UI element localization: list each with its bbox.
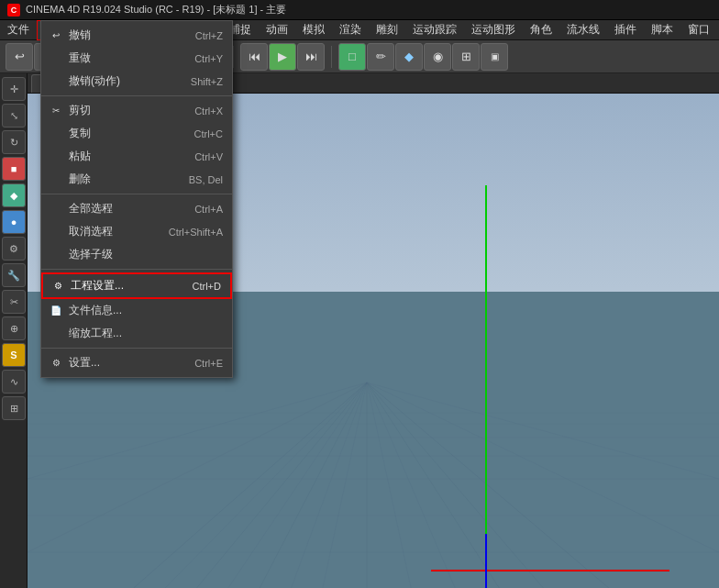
docinfo-label: 文件信息... — [69, 303, 122, 318]
perspective-grid-v — [28, 383, 719, 588]
menu-item-window[interactable]: 窗口 — [680, 20, 717, 40]
cut-label: 剪切 — [69, 103, 91, 118]
menu-item-motiontrack[interactable]: 运动跟踪 — [405, 20, 464, 40]
sidebar-obj3[interactable]: ● — [2, 210, 26, 234]
undoactions-shortcut: Shift+Z — [191, 76, 223, 87]
sidebar-grid[interactable]: ⊞ — [2, 396, 26, 420]
cut-shortcut: Ctrl+X — [194, 105, 223, 116]
selectchild-label: 选择子级 — [69, 247, 113, 262]
cut-icon: ✂ — [49, 104, 63, 118]
pen-btn[interactable]: ✏ — [367, 43, 394, 71]
sidebar-tool3[interactable]: ✂ — [2, 290, 26, 314]
play-btn[interactable]: ▶ — [269, 43, 296, 71]
menu-item-pipeline[interactable]: 流水线 — [559, 20, 607, 40]
sidebar-tool2[interactable]: 🔧 — [2, 263, 26, 287]
svg-line-28 — [28, 383, 367, 479]
title-bar: C CINEMA 4D R19.024 Studio (RC - R19) - … — [0, 0, 719, 20]
docinfo-icon: 📄 — [49, 304, 63, 318]
menu-separator — [41, 348, 232, 349]
svg-line-12 — [28, 383, 367, 588]
paste-label: 粘贴 — [69, 149, 91, 164]
svg-line-14 — [211, 383, 367, 588]
undo-label: 撤销 — [69, 28, 91, 43]
svg-line-24 — [257, 383, 367, 588]
menu-item-animation[interactable]: 动画 — [259, 20, 295, 40]
edit-menu-dropdown: ↩撤销Ctrl+Z重做Ctrl+Y撤销(动作)Shift+Z✂剪切Ctrl+X复… — [40, 20, 233, 378]
settings-shortcut: Ctrl+E — [194, 358, 223, 369]
playback-group: ⏮ ▶ ⏭ — [240, 43, 325, 71]
svg-line-15 — [303, 383, 367, 588]
delete-shortcut: BS, Del — [189, 174, 223, 185]
svg-line-21 — [367, 383, 719, 588]
menu-selectall[interactable]: 全部选程Ctrl+A — [41, 197, 232, 220]
undo-shortcut: Ctrl+Z — [195, 30, 223, 41]
menu-compress[interactable]: 缩放工程... — [41, 322, 232, 345]
menu-item-render[interactable]: 渲染 — [332, 20, 369, 40]
perspective-grid-h — [28, 389, 719, 588]
menu-settings[interactable]: ⚙设置...Ctrl+E — [41, 351, 232, 374]
play-fwd-btn[interactable]: ⏭ — [297, 43, 325, 71]
settings-icon: ⚙ — [49, 356, 63, 371]
sidebar-s[interactable]: S — [2, 343, 26, 367]
menu-paste[interactable]: 粘贴Ctrl+V — [41, 145, 232, 168]
svg-line-19 — [367, 383, 559, 588]
menu-cut[interactable]: ✂剪切Ctrl+X — [41, 99, 232, 122]
menu-docinfo[interactable]: 📄文件信息... — [41, 299, 232, 322]
sidebar-scale[interactable]: ⤡ — [2, 104, 26, 128]
extra-btn[interactable]: ▣ — [481, 43, 508, 71]
sidebar-move[interactable]: ✛ — [2, 77, 26, 101]
paste-shortcut: Ctrl+V — [194, 151, 223, 162]
menu-projectsettings[interactable]: ⚙工程设置...Ctrl+D — [41, 272, 232, 299]
copy-shortcut: Ctrl+C — [194, 128, 223, 139]
deselectall-shortcut: Ctrl+Shift+A — [169, 227, 223, 238]
gem-btn[interactable]: ◆ — [395, 43, 423, 71]
play-back-btn[interactable]: ⏮ — [240, 43, 268, 71]
redo-label: 重做 — [69, 50, 91, 66]
menu-undoactions[interactable]: 撤销(动作)Shift+Z — [41, 70, 232, 93]
undo-btn[interactable]: ↩ — [6, 43, 33, 71]
menu-separator — [41, 194, 232, 194]
app-title: CINEMA 4D R19.024 Studio (RC - R19) - [未… — [26, 3, 286, 17]
menu-deselectall[interactable]: 取消选程Ctrl+Shift+A — [41, 220, 232, 243]
menu-separator — [41, 269, 232, 270]
selectall-shortcut: Ctrl+A — [194, 204, 223, 215]
grid-btn[interactable]: ⊞ — [452, 43, 480, 71]
light-btn[interactable]: ◉ — [424, 43, 451, 71]
menu-item-character[interactable]: 角色 — [523, 20, 559, 40]
svg-line-27 — [28, 383, 367, 552]
left-sidebar: ✛ ⤡ ↻ ■ ◆ ● ⚙ 🔧 ✂ ⊕ S ∿ ⊞ — [0, 73, 28, 588]
shading-btn[interactable]: □ — [338, 43, 366, 71]
projectsettings-icon: ⚙ — [50, 279, 65, 294]
menu-item-motiongraph[interactable]: 运动图形 — [464, 20, 523, 40]
sidebar-tool1[interactable]: ⚙ — [2, 237, 26, 261]
compress-label: 缩放工程... — [69, 326, 122, 341]
svg-line-26 — [73, 383, 367, 588]
projectsettings-shortcut: Ctrl+D — [193, 281, 221, 292]
svg-line-22 — [367, 383, 719, 552]
menu-item-file[interactable]: 文件 — [0, 20, 37, 40]
sidebar-rotate[interactable]: ↻ — [2, 130, 26, 154]
sep4 — [331, 46, 332, 68]
undo-icon: ↩ — [49, 28, 63, 43]
menu-delete[interactable]: 删除BS, Del — [41, 168, 232, 191]
sidebar-curve[interactable]: ∿ — [2, 370, 26, 394]
deselectall-label: 取消选程 — [69, 224, 113, 239]
menu-item-script[interactable]: 脚本 — [644, 20, 680, 40]
svg-line-17 — [367, 383, 431, 588]
menu-copy[interactable]: 复制Ctrl+C — [41, 122, 232, 145]
menu-item-simulate[interactable]: 模拟 — [295, 20, 332, 40]
sidebar-obj2[interactable]: ◆ — [2, 183, 26, 207]
selectall-label: 全部选程 — [69, 201, 113, 216]
menu-undo[interactable]: ↩撤销Ctrl+Z — [41, 24, 232, 47]
sidebar-obj1[interactable]: ■ — [2, 157, 26, 181]
settings-label: 设置... — [69, 355, 100, 371]
menu-item-sculpt[interactable]: 雕刻 — [369, 20, 405, 40]
menu-redo[interactable]: 重做Ctrl+Y — [41, 47, 232, 70]
svg-line-20 — [367, 383, 624, 588]
display-group: □ ✏ ◆ ◉ ⊞ ▣ — [338, 43, 508, 71]
sep3 — [233, 46, 234, 68]
menu-selectchild[interactable]: 选择子级 — [41, 243, 232, 266]
undoactions-label: 撤销(动作) — [69, 73, 120, 89]
menu-item-plugins[interactable]: 插件 — [607, 20, 644, 40]
sidebar-tool4[interactable]: ⊕ — [2, 316, 26, 340]
